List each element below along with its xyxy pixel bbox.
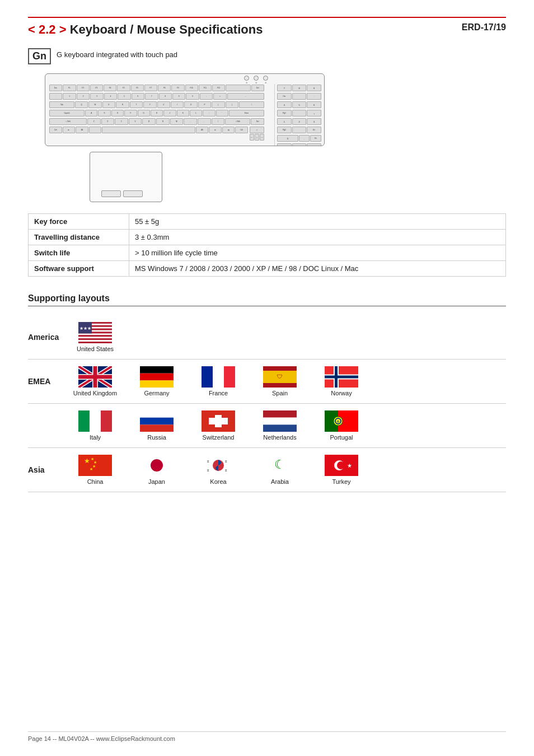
touchpad-image [90, 152, 506, 202]
flag-item: France [196, 366, 241, 396]
layouts-section: America ★★★ United States EMEA [28, 315, 506, 492]
spec-label: Travelling distance [29, 230, 129, 245]
flag-label: United States [77, 346, 114, 352]
svg-rect-28 [202, 366, 213, 388]
svg-rect-30 [224, 366, 235, 388]
flag-item: ★ Turkey [319, 455, 364, 485]
svg-text:≡: ≡ [225, 460, 227, 463]
layout-row-america: America ★★★ United States [28, 315, 506, 360]
flag-item: 🛡 Spain [257, 366, 302, 396]
svg-rect-12 [78, 340, 112, 342]
svg-rect-29 [213, 366, 224, 388]
page-header: < 2.2 > Keyboard / Mouse Specifications … [28, 17, 506, 37]
svg-text:★: ★ [93, 460, 97, 464]
svg-rect-10 [78, 337, 112, 338]
flag-item: United Kingdom [73, 366, 118, 396]
flags-row: Italy Russia Switzerland [73, 410, 364, 441]
svg-text:★: ★ [90, 467, 93, 471]
svg-rect-47 [209, 418, 228, 424]
gn-icon: Gn [28, 48, 51, 64]
svg-rect-26 [140, 374, 174, 381]
flag-item: Switzerland [196, 410, 241, 441]
svg-rect-38 [325, 376, 358, 379]
region-label: Asia [28, 465, 73, 474]
gn-section: Gn G keyboard integrated with touch pad [28, 48, 506, 64]
layout-row-asia: Asia ★ ★ ★ ★ ★ China Japan [28, 448, 506, 492]
flag-item: ⊕ Portugal [319, 410, 364, 441]
flag-item: ★★★ United States [73, 322, 118, 352]
svg-rect-42 [140, 410, 174, 418]
svg-rect-24 [93, 366, 97, 388]
spec-value: MS Windows 7 / 2008 / 2003 / 2000 / XP /… [129, 261, 506, 277]
flag-label: Germany [144, 390, 169, 396]
svg-rect-9 [78, 335, 112, 337]
flag-label: Portugal [330, 434, 353, 441]
flag-label: China [87, 478, 104, 485]
flags-row: ★★★ United States [73, 322, 118, 352]
flag-label: Switzerland [203, 434, 235, 441]
spec-value: 55 ± 5g [129, 214, 506, 230]
flags-row: United Kingdom Germany France [73, 366, 364, 396]
flag-label: Japan [148, 478, 165, 485]
svg-rect-39 [78, 410, 90, 432]
touchpad-right-button [123, 190, 143, 197]
svg-rect-44 [140, 424, 174, 432]
gn-description: G keyboard integrated with touch pad [57, 50, 177, 59]
flag-label: United Kingdom [73, 390, 117, 396]
page-ref: ERD-17/19 [462, 22, 506, 32]
specs-row: Software supportMS Windows 7 / 2008 / 20… [29, 261, 506, 277]
flag-label: Russia [147, 434, 166, 441]
svg-text:★: ★ [347, 463, 352, 469]
page-title: < 2.2 > Keyboard / Mouse Specifications [28, 22, 263, 37]
svg-rect-25 [140, 366, 174, 374]
footer: Page 14 -- ML04V02A -- www.EclipseRackmo… [28, 731, 506, 742]
spec-label: Software support [29, 261, 129, 277]
region-label: America [28, 333, 73, 342]
svg-point-63 [151, 459, 163, 472]
layout-row-emea-2: Italy Russia Switzerland [28, 404, 506, 448]
flag-item: ★ ★ ★ ★ ★ China [73, 455, 118, 485]
svg-text:≡: ≡ [225, 469, 227, 472]
flags-row: ★ ★ ★ ★ ★ China Japan ≡ ≡ ≡ ≡ [73, 455, 364, 485]
touchpad-diagram [90, 152, 162, 202]
svg-rect-41 [101, 410, 112, 432]
flag-label: Arabia [271, 478, 289, 485]
spec-value: > 10 million life cycle time [129, 245, 506, 261]
flag-item: Norway [319, 366, 364, 396]
spec-label: Key force [29, 214, 129, 230]
region-label: EMEA [28, 377, 73, 386]
flag-label: Turkey [332, 478, 350, 485]
svg-text:☾: ☾ [274, 458, 285, 472]
footer-text: Page 14 -- ML04V02A -- www.EclipseRackmo… [28, 735, 175, 742]
flag-item: Netherlands [257, 410, 302, 441]
flag-label: Korea [210, 478, 226, 485]
svg-rect-11 [78, 338, 112, 340]
svg-text:★★★: ★★★ [79, 326, 91, 331]
keyboard-diagram: ō ō ō Esc F1 F2 F3 F4 F5 F6 F7 F8 F9 F10… [45, 73, 325, 146]
spec-value: 3 ± 0.3mm [129, 230, 506, 245]
svg-text:≡: ≡ [207, 469, 209, 472]
supporting-layouts-title: Supporting layouts [28, 293, 506, 306]
flag-item: Germany [134, 366, 179, 396]
flag-label: Spain [272, 390, 288, 396]
flag-item: ☾ Arabia [257, 455, 302, 485]
specs-row: Travelling distance3 ± 0.3mm [29, 230, 506, 245]
flag-item: Japan [134, 455, 179, 485]
flag-item: Italy [73, 410, 118, 441]
svg-rect-13 [78, 342, 112, 343]
svg-rect-48 [263, 410, 297, 418]
specs-table: Key force55 ± 5gTravelling distance3 ± 0… [28, 213, 506, 277]
svg-text:🛡: 🛡 [277, 374, 283, 380]
svg-text:⊕: ⊕ [336, 419, 340, 423]
svg-text:★: ★ [84, 457, 90, 465]
specs-row: Key force55 ± 5g [29, 214, 506, 230]
flag-label: Netherlands [263, 434, 296, 441]
svg-rect-43 [140, 418, 174, 425]
svg-rect-49 [263, 418, 297, 425]
flag-label: Norway [331, 390, 352, 396]
touchpad-left-button [101, 190, 121, 197]
title-bracket: < 2.2 > [28, 22, 67, 36]
svg-point-74 [337, 461, 345, 469]
spec-label: Switch life [29, 245, 129, 261]
keyboard-image: ō ō ō Esc F1 F2 F3 F4 F5 F6 F7 F8 F9 F10… [45, 73, 506, 146]
